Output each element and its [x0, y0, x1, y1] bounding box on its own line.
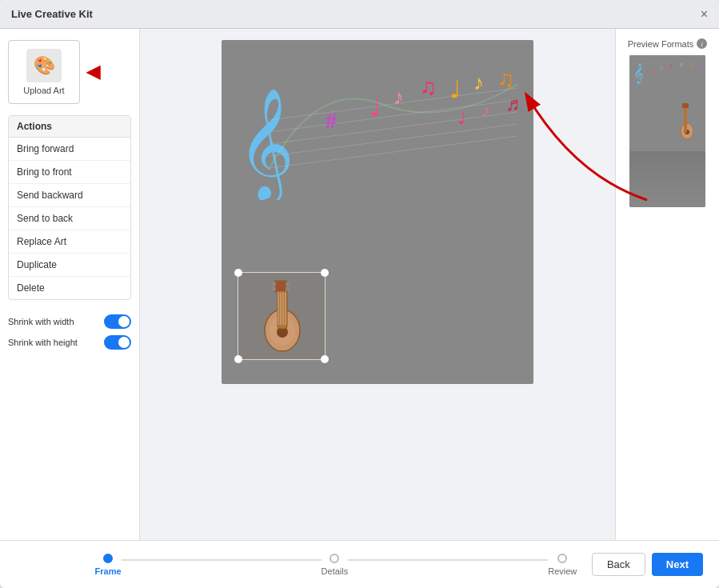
action-replace-art[interactable]: Replace Art: [9, 230, 130, 254]
svg-text:♩: ♩: [369, 94, 381, 121]
step-line-1: [122, 559, 322, 561]
svg-text:♫: ♫: [679, 62, 683, 67]
svg-line-4: [270, 124, 517, 156]
preview-formats-text: Preview Formats: [628, 39, 694, 49]
actions-list: Bring forward Bring to front Send backwa…: [9, 138, 130, 299]
svg-line-3: [270, 112, 517, 144]
svg-text:♫: ♫: [652, 67, 657, 74]
svg-text:♪: ♪: [393, 85, 404, 109]
svg-text:♩: ♩: [689, 62, 693, 69]
svg-rect-20: [274, 281, 288, 292]
canvas-area: 𝄞 # ♩ ♪ ♫ ♩ ♪ ♫: [140, 29, 615, 540]
svg-text:♬: ♬: [505, 93, 520, 114]
svg-point-22: [271, 286, 276, 291]
svg-text:♩: ♩: [660, 65, 662, 70]
handle-bottom-right[interactable]: [321, 355, 329, 363]
svg-text:𝄞: 𝄞: [633, 63, 644, 85]
footer-buttons: Back Next: [592, 553, 703, 576]
shrink-width-label: Shrink with width: [8, 317, 74, 326]
shrink-width-toggle[interactable]: [104, 314, 131, 329]
svg-text:♩: ♩: [449, 76, 461, 102]
upload-art-button[interactable]: 🎨 Upload Art: [8, 40, 80, 104]
preview-formats-label: Preview Formats i: [628, 38, 708, 49]
svg-line-1: [270, 88, 517, 120]
selected-item-box[interactable]: [238, 272, 326, 360]
shrink-height-toggle[interactable]: [104, 335, 131, 350]
action-send-to-back[interactable]: Send to back: [9, 207, 130, 230]
svg-text:♩: ♩: [457, 108, 465, 128]
svg-point-24: [286, 286, 290, 291]
svg-text:♪: ♪: [669, 62, 673, 70]
palette-icon: 🎨: [26, 49, 62, 82]
action-duplicate[interactable]: Duplicate: [9, 254, 130, 277]
modal-header: Live Creative Kit ×: [0, 0, 719, 29]
upload-area: 🎨 Upload Art ◀: [8, 40, 131, 104]
step-details: Details: [322, 554, 349, 576]
svg-text:𝄞: 𝄞: [238, 90, 294, 200]
modal-body: 🎨 Upload Art ◀ Actions Bring forward Bri…: [0, 29, 719, 540]
step-review: Review: [548, 554, 577, 576]
action-send-backward[interactable]: Send backward: [9, 184, 130, 207]
next-button[interactable]: Next: [652, 553, 703, 576]
step-frame-label: Frame: [95, 566, 122, 576]
preview-thumbnail-inner: 𝄞 ♫ ♩ ♪ ♫ ♩ ♪: [629, 55, 705, 207]
svg-text:♪: ♪: [473, 70, 484, 94]
back-button[interactable]: Back: [592, 553, 645, 576]
svg-rect-39: [684, 107, 687, 133]
preview-thumbnail-svg: 𝄞 ♫ ♩ ♪ ♫ ♩ ♪: [629, 55, 705, 151]
svg-text:♫: ♫: [420, 74, 437, 99]
svg-line-2: [270, 100, 517, 132]
step-details-dot: [330, 554, 339, 563]
music-notes-svg: 𝄞 # ♩ ♪ ♫ ♩ ♪ ♫: [222, 40, 533, 200]
shrink-width-row: Shrink with width: [8, 311, 131, 332]
actions-section: Actions Bring forward Bring to front Sen…: [8, 115, 131, 300]
svg-text:♪: ♪: [481, 102, 489, 119]
shrink-height-label: Shrink with height: [8, 338, 78, 347]
step-line-2: [348, 559, 548, 561]
modal-window: Live Creative Kit × 🎨 Upload Art ◀ Actio…: [0, 0, 719, 588]
svg-text:♪: ♪: [697, 62, 701, 67]
upload-art-label: Upload Art: [23, 86, 64, 95]
info-icon: i: [697, 38, 707, 49]
modal-footer: Frame Details Review Back Next: [0, 540, 719, 588]
sidebar: 🎨 Upload Art ◀ Actions Bring forward Bri…: [0, 29, 140, 540]
preview-panel: Preview Formats i 𝄞 ♫ ♩ ♪ ♫ ♩ ♪: [615, 29, 719, 540]
action-bring-to-front[interactable]: Bring to front: [9, 161, 130, 184]
svg-text:#: #: [326, 108, 337, 133]
ukulele-icon: [238, 273, 318, 353]
actions-header: Actions: [9, 116, 130, 138]
canvas-container[interactable]: 𝄞 # ♩ ♪ ♫ ♩ ♪ ♫: [222, 40, 533, 384]
shrink-height-row: Shrink with height: [8, 332, 131, 353]
toggles-section: Shrink with width Shrink with height: [8, 311, 131, 353]
modal-close-button[interactable]: ×: [701, 8, 708, 21]
step-frame: Frame: [95, 554, 122, 576]
step-review-label: Review: [548, 566, 577, 576]
svg-point-23: [286, 282, 290, 286]
preview-thumbnail[interactable]: 𝄞 ♫ ♩ ♪ ♫ ♩ ♪: [629, 55, 705, 207]
handle-top-left[interactable]: [234, 269, 242, 277]
action-bring-forward[interactable]: Bring forward: [9, 138, 130, 161]
step-details-label: Details: [322, 566, 349, 576]
modal-title: Live Creative Kit: [11, 8, 93, 20]
red-arrow-left-icon: ◀: [86, 62, 100, 82]
step-indicator: Frame Details Review: [80, 554, 592, 576]
svg-point-21: [271, 282, 276, 286]
step-frame-dot: [103, 554, 113, 563]
step-review-dot: [557, 554, 567, 563]
svg-rect-40: [682, 103, 689, 108]
handle-top-right[interactable]: [321, 269, 329, 277]
action-delete[interactable]: Delete: [9, 277, 130, 299]
svg-line-5: [270, 136, 517, 168]
svg-text:♫: ♫: [497, 66, 514, 91]
handle-bottom-left[interactable]: [234, 355, 242, 363]
